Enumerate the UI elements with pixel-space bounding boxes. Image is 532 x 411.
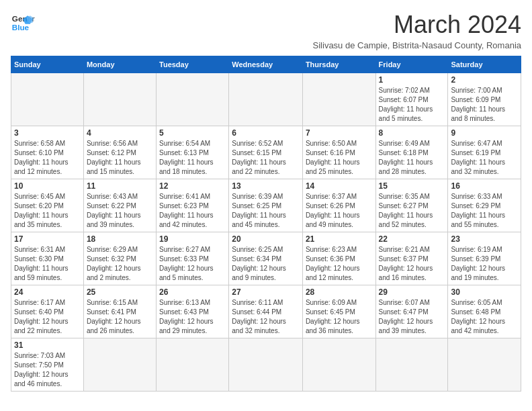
calendar-cell: 26Sunrise: 6:13 AM Sunset: 6:43 PM Dayli…	[157, 285, 229, 338]
calendar-cell	[448, 338, 521, 392]
calendar-cell	[157, 338, 229, 392]
calendar-cell: 9Sunrise: 6:47 AM Sunset: 6:19 PM Daylig…	[448, 126, 521, 179]
day-info: Sunrise: 6:07 AM Sunset: 6:47 PM Dayligh…	[379, 298, 445, 336]
day-info: Sunrise: 6:39 AM Sunset: 6:25 PM Dayligh…	[232, 192, 300, 230]
calendar-col-wednesday: Wednesday	[229, 56, 303, 73]
calendar-table: SundayMondayTuesdayWednesdayThursdayFrid…	[11, 56, 521, 392]
calendar-cell: 8Sunrise: 6:49 AM Sunset: 6:18 PM Daylig…	[375, 126, 448, 179]
day-info: Sunrise: 6:17 AM Sunset: 6:40 PM Dayligh…	[14, 298, 81, 336]
day-info: Sunrise: 6:05 AM Sunset: 6:48 PM Dayligh…	[451, 298, 518, 336]
calendar-cell: 5Sunrise: 6:54 AM Sunset: 6:13 PM Daylig…	[157, 126, 229, 179]
month-title: March 2024	[313, 11, 521, 39]
calendar-cell: 4Sunrise: 6:56 AM Sunset: 6:12 PM Daylig…	[83, 126, 156, 179]
day-info: Sunrise: 6:31 AM Sunset: 6:30 PM Dayligh…	[14, 245, 81, 283]
calendar-cell	[83, 338, 156, 392]
day-number: 18	[87, 234, 153, 244]
calendar-cell: 30Sunrise: 6:05 AM Sunset: 6:48 PM Dayli…	[448, 285, 521, 338]
calendar-cell: 17Sunrise: 6:31 AM Sunset: 6:30 PM Dayli…	[11, 232, 84, 285]
day-number: 19	[159, 234, 226, 244]
logo-icon: General Blue	[11, 11, 35, 35]
day-info: Sunrise: 6:09 AM Sunset: 6:45 PM Dayligh…	[306, 298, 373, 336]
day-number: 26	[159, 287, 226, 297]
calendar-cell	[11, 73, 84, 126]
day-info: Sunrise: 6:49 AM Sunset: 6:18 PM Dayligh…	[379, 139, 445, 177]
day-number: 14	[306, 181, 373, 191]
calendar-header-row: SundayMondayTuesdayWednesdayThursdayFrid…	[11, 56, 521, 73]
day-number: 4	[87, 128, 153, 138]
day-info: Sunrise: 6:41 AM Sunset: 6:23 PM Dayligh…	[159, 192, 226, 230]
day-info: Sunrise: 6:50 AM Sunset: 6:16 PM Dayligh…	[306, 139, 373, 177]
calendar-cell: 21Sunrise: 6:23 AM Sunset: 6:36 PM Dayli…	[302, 232, 375, 285]
calendar-col-tuesday: Tuesday	[157, 56, 229, 73]
calendar-cell: 25Sunrise: 6:15 AM Sunset: 6:41 PM Dayli…	[83, 285, 156, 338]
calendar-cell: 2Sunrise: 7:00 AM Sunset: 6:09 PM Daylig…	[448, 73, 521, 126]
day-info: Sunrise: 6:27 AM Sunset: 6:33 PM Dayligh…	[159, 245, 226, 283]
day-number: 2	[451, 75, 518, 85]
calendar-col-friday: Friday	[375, 56, 448, 73]
day-number: 11	[87, 181, 153, 191]
day-number: 6	[232, 128, 300, 138]
day-info: Sunrise: 6:45 AM Sunset: 6:20 PM Dayligh…	[14, 192, 81, 230]
day-number: 16	[451, 181, 518, 191]
calendar-cell: 24Sunrise: 6:17 AM Sunset: 6:40 PM Dayli…	[11, 285, 84, 338]
calendar-cell: 12Sunrise: 6:41 AM Sunset: 6:23 PM Dayli…	[157, 179, 229, 232]
day-info: Sunrise: 7:00 AM Sunset: 6:09 PM Dayligh…	[451, 86, 518, 124]
day-number: 31	[14, 340, 81, 350]
day-info: Sunrise: 6:58 AM Sunset: 6:10 PM Dayligh…	[14, 139, 81, 177]
day-number: 27	[232, 287, 300, 297]
day-info: Sunrise: 7:02 AM Sunset: 6:07 PM Dayligh…	[379, 86, 445, 124]
day-number: 20	[232, 234, 300, 244]
day-info: Sunrise: 6:21 AM Sunset: 6:37 PM Dayligh…	[379, 245, 445, 283]
day-number: 29	[379, 287, 445, 297]
day-info: Sunrise: 6:52 AM Sunset: 6:15 PM Dayligh…	[232, 139, 300, 177]
calendar-week-0: 1Sunrise: 7:02 AM Sunset: 6:07 PM Daylig…	[11, 73, 521, 126]
calendar-cell	[157, 73, 229, 126]
calendar-cell: 29Sunrise: 6:07 AM Sunset: 6:47 PM Dayli…	[375, 285, 448, 338]
day-info: Sunrise: 6:33 AM Sunset: 6:29 PM Dayligh…	[451, 192, 518, 230]
calendar-cell	[302, 73, 375, 126]
calendar-cell: 7Sunrise: 6:50 AM Sunset: 6:16 PM Daylig…	[302, 126, 375, 179]
day-info: Sunrise: 6:19 AM Sunset: 6:39 PM Dayligh…	[451, 245, 518, 283]
day-number: 5	[159, 128, 226, 138]
day-info: Sunrise: 6:43 AM Sunset: 6:22 PM Dayligh…	[87, 192, 153, 230]
day-number: 10	[14, 181, 81, 191]
calendar-cell	[229, 338, 303, 392]
day-number: 9	[451, 128, 518, 138]
day-number: 1	[379, 75, 445, 85]
logo: General Blue	[11, 11, 35, 35]
day-info: Sunrise: 6:15 AM Sunset: 6:41 PM Dayligh…	[87, 298, 153, 336]
calendar-cell: 16Sunrise: 6:33 AM Sunset: 6:29 PM Dayli…	[448, 179, 521, 232]
day-number: 17	[14, 234, 81, 244]
calendar-week-3: 17Sunrise: 6:31 AM Sunset: 6:30 PM Dayli…	[11, 232, 521, 285]
day-number: 28	[306, 287, 373, 297]
calendar-week-4: 24Sunrise: 6:17 AM Sunset: 6:40 PM Dayli…	[11, 285, 521, 338]
day-number: 15	[379, 181, 445, 191]
calendar-cell: 23Sunrise: 6:19 AM Sunset: 6:39 PM Dayli…	[448, 232, 521, 285]
day-number: 24	[14, 287, 81, 297]
day-number: 25	[87, 287, 153, 297]
calendar-cell: 14Sunrise: 6:37 AM Sunset: 6:26 PM Dayli…	[302, 179, 375, 232]
day-info: Sunrise: 6:13 AM Sunset: 6:43 PM Dayligh…	[159, 298, 226, 336]
day-info: Sunrise: 6:29 AM Sunset: 6:32 PM Dayligh…	[87, 245, 153, 283]
subtitle: Silivasu de Campie, Bistrita-Nasaud Coun…	[313, 40, 521, 50]
calendar-cell: 1Sunrise: 7:02 AM Sunset: 6:07 PM Daylig…	[375, 73, 448, 126]
calendar-week-5: 31Sunrise: 7:03 AM Sunset: 7:50 PM Dayli…	[11, 338, 521, 392]
calendar-cell: 3Sunrise: 6:58 AM Sunset: 6:10 PM Daylig…	[11, 126, 84, 179]
calendar-cell: 28Sunrise: 6:09 AM Sunset: 6:45 PM Dayli…	[302, 285, 375, 338]
calendar-week-1: 3Sunrise: 6:58 AM Sunset: 6:10 PM Daylig…	[11, 126, 521, 179]
calendar-cell: 11Sunrise: 6:43 AM Sunset: 6:22 PM Dayli…	[83, 179, 156, 232]
calendar-cell: 22Sunrise: 6:21 AM Sunset: 6:37 PM Dayli…	[375, 232, 448, 285]
calendar-cell: 27Sunrise: 6:11 AM Sunset: 6:44 PM Dayli…	[229, 285, 303, 338]
calendar-cell	[375, 338, 448, 392]
calendar-cell: 15Sunrise: 6:35 AM Sunset: 6:27 PM Dayli…	[375, 179, 448, 232]
calendar-body: 1Sunrise: 7:02 AM Sunset: 6:07 PM Daylig…	[11, 73, 521, 392]
calendar-cell: 18Sunrise: 6:29 AM Sunset: 6:32 PM Dayli…	[83, 232, 156, 285]
calendar-cell: 6Sunrise: 6:52 AM Sunset: 6:15 PM Daylig…	[229, 126, 303, 179]
calendar-cell: 31Sunrise: 7:03 AM Sunset: 7:50 PM Dayli…	[11, 338, 84, 392]
day-info: Sunrise: 7:03 AM Sunset: 7:50 PM Dayligh…	[14, 351, 81, 389]
calendar-cell: 19Sunrise: 6:27 AM Sunset: 6:33 PM Dayli…	[157, 232, 229, 285]
day-info: Sunrise: 6:47 AM Sunset: 6:19 PM Dayligh…	[451, 139, 518, 177]
calendar-cell: 13Sunrise: 6:39 AM Sunset: 6:25 PM Dayli…	[229, 179, 303, 232]
day-number: 30	[451, 287, 518, 297]
day-number: 12	[159, 181, 226, 191]
